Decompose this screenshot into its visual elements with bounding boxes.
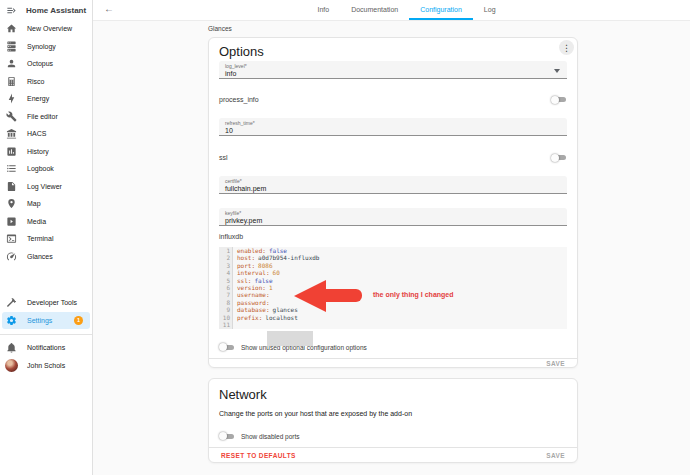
annotation-arrow-tail	[324, 289, 362, 302]
sidebar-item-log-viewer[interactable]: Log Viewer	[2, 178, 90, 196]
process-info-toggle[interactable]	[551, 95, 567, 104]
sidebar-divider	[0, 334, 92, 335]
gear-icon	[6, 315, 17, 326]
lightning-bolt-icon	[6, 93, 17, 104]
sidebar-item-settings[interactable]: Settings 1	[2, 312, 90, 330]
top-toolbar: ← Info Documentation Configuration Log	[93, 0, 690, 21]
ssl-row: ssl	[219, 152, 567, 163]
sidebar-item-file-editor[interactable]: File editor	[2, 108, 90, 126]
yaml-line: 2host:a0d7b954-influxdb	[219, 254, 567, 261]
yaml-line: 8password:	[219, 299, 567, 306]
annotation-arrow-icon	[294, 280, 326, 312]
annotation-text: the only thing I changed	[373, 291, 454, 298]
network-card: Network Change the ports on your host th…	[208, 378, 578, 463]
options-card-title: Options	[219, 44, 264, 59]
yaml-line: 3port:8086	[219, 262, 567, 269]
console-icon	[6, 233, 17, 244]
app-title: Home Assistant	[26, 6, 86, 15]
play-box-icon	[6, 216, 17, 227]
show-disabled-row: Show disabled ports	[219, 431, 567, 441]
kebab-menu-icon[interactable]: ⋮	[559, 40, 574, 55]
yaml-line: 5ssl:false	[219, 277, 567, 284]
sidebar-item-energy[interactable]: Energy	[2, 90, 90, 108]
yaml-line: 1enabled:false	[219, 247, 567, 254]
yaml-line: 9database:glances	[219, 306, 567, 313]
sidebar-item-logbook[interactable]: Logbook	[2, 160, 90, 178]
sidebar-header: Home Assistant	[0, 0, 92, 20]
network-save-button[interactable]: SAVE	[546, 452, 565, 459]
sidebar-item-risco[interactable]: Risco	[2, 73, 90, 91]
sidebar-item-synology[interactable]: Synology	[2, 38, 90, 56]
keyfile-input[interactable]: keyfile* privkey.pem	[219, 208, 567, 226]
sidebar-item-hacs[interactable]: HACS	[2, 125, 90, 143]
tab-bar: Info Documentation Configuration Log	[93, 0, 690, 20]
yaml-line: 10prefix:localhost	[219, 314, 567, 321]
yaml-line: 4interval:60	[219, 269, 567, 276]
user-avatar	[5, 359, 18, 372]
sidebar-item-developer-tools[interactable]: Developer Tools	[2, 294, 90, 312]
log-level-select[interactable]: log_level* info	[219, 61, 567, 79]
redacted-credentials-box	[267, 331, 313, 346]
store-icon	[6, 128, 17, 139]
gauge-icon	[6, 251, 17, 262]
ssl-toggle[interactable]	[551, 153, 567, 162]
sidebar-item-new-overview[interactable]: New Overview	[2, 20, 90, 38]
document-icon	[6, 181, 17, 192]
certfile-input[interactable]: certfile* fullchain.pem	[219, 176, 567, 194]
yaml-line: 11	[219, 321, 567, 328]
sidebar-item-history[interactable]: History	[2, 143, 90, 161]
alarm-panel-icon	[6, 76, 17, 87]
yaml-editor[interactable]: 1enabled:false 2host:a0d7b954-influxdb 3…	[219, 247, 567, 329]
tab-info[interactable]: Info	[306, 0, 340, 20]
reset-to-defaults-button[interactable]: RESET TO DEFAULTS	[221, 452, 296, 459]
sidebar-item-terminal[interactable]: Terminal	[2, 230, 90, 248]
network-description: Change the ports on your host that are e…	[219, 410, 412, 417]
wrench-icon	[6, 111, 17, 122]
sidebar-nav: New Overview Synology Octopus Risco Ener…	[0, 20, 92, 374]
menu-open-icon[interactable]	[6, 5, 17, 16]
home-icon	[6, 23, 17, 34]
influxdb-label: influxdb	[219, 233, 243, 240]
map-marker-icon	[6, 198, 17, 209]
options-save-button[interactable]: SAVE	[546, 360, 565, 367]
chart-box-icon	[6, 146, 17, 157]
sidebar-item-map[interactable]: Map	[2, 195, 90, 213]
content-area: Glances Options ⋮ log_level* info proces…	[93, 20, 690, 475]
hammer-icon	[6, 297, 17, 308]
options-footer: SAVE	[209, 358, 577, 369]
sidebar-item-media[interactable]: Media	[2, 213, 90, 231]
options-card: Options ⋮ log_level* info process_info r…	[208, 37, 578, 368]
sidebar-item-octopus[interactable]: Octopus	[2, 55, 90, 73]
main-area: ← Info Documentation Configuration Log G…	[93, 0, 690, 475]
network-card-title: Network	[219, 387, 267, 402]
settings-badge: 1	[74, 316, 83, 325]
process-info-row: process_info	[219, 94, 567, 105]
list-bulleted-icon	[6, 163, 17, 174]
sidebar: Home Assistant New Overview Synology Oct…	[0, 0, 93, 475]
show-unused-toggle[interactable]	[219, 343, 235, 352]
account-icon	[6, 58, 17, 69]
tab-documentation[interactable]: Documentation	[340, 0, 409, 20]
sidebar-item-notifications[interactable]: Notifications	[2, 339, 90, 357]
chevron-down-icon	[554, 69, 560, 73]
nas-server-icon	[6, 41, 17, 52]
tab-configuration[interactable]: Configuration	[409, 0, 473, 20]
tab-log[interactable]: Log	[473, 0, 507, 20]
refresh-time-input[interactable]: refresh_time* 10	[219, 118, 567, 136]
breadcrumb: Glances	[208, 25, 232, 32]
sidebar-spacer	[0, 265, 92, 294]
show-disabled-ports-toggle[interactable]	[219, 432, 235, 441]
sidebar-item-profile[interactable]: John Schols	[2, 357, 90, 375]
sidebar-item-glances[interactable]: Glances	[2, 248, 90, 266]
network-footer: RESET TO DEFAULTS SAVE	[209, 447, 577, 463]
bell-icon	[6, 342, 17, 353]
